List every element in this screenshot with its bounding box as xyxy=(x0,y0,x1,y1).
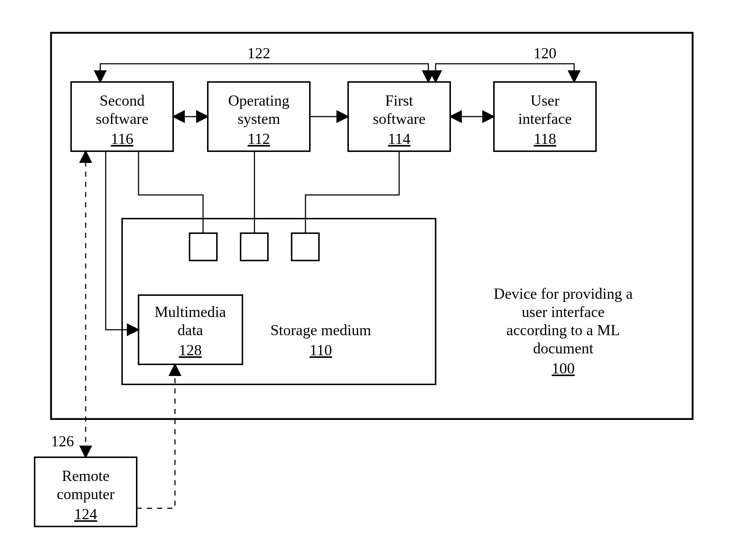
storage-medium-label: Storage medium xyxy=(270,322,371,338)
remote-computer-block: Remote computer 124 xyxy=(35,457,137,526)
device-caption: Device for providing a user interface ac… xyxy=(494,285,633,377)
user-interface-block: User interface 118 xyxy=(494,82,596,151)
user-interface-ref: 118 xyxy=(534,130,556,147)
label-126: 126 xyxy=(51,433,74,450)
connector-remote-multimedia xyxy=(137,364,175,508)
storage-medium-ref: 110 xyxy=(309,342,332,359)
device-caption-l3: according to a ML xyxy=(506,322,620,338)
device-caption-l4: document xyxy=(533,340,593,357)
label-122: 122 xyxy=(248,45,270,62)
remote-computer-line1: Remote xyxy=(62,467,110,484)
label-120: 120 xyxy=(534,45,557,62)
multimedia-data-line2: data xyxy=(178,322,203,338)
operating-system-line2: system xyxy=(238,110,280,127)
second-software-line1: Second xyxy=(100,92,145,109)
first-software-ref: 114 xyxy=(388,130,410,147)
device-caption-l2: user interface xyxy=(522,304,604,320)
storage-slot-1 xyxy=(190,233,217,261)
connector-122 xyxy=(100,64,428,82)
multimedia-data-line1: Multimedia xyxy=(155,304,226,320)
multimedia-data-ref: 128 xyxy=(179,342,202,359)
operating-system-block: Operating system 112 xyxy=(208,82,310,151)
remote-computer-line2: computer xyxy=(57,486,115,502)
storage-slot-3 xyxy=(292,233,319,261)
operating-system-line1: Operating xyxy=(228,92,289,109)
storage-slot-2 xyxy=(241,233,268,261)
first-software-line1: First xyxy=(385,92,413,109)
remote-computer-ref: 124 xyxy=(74,506,97,522)
first-software-block: First software 114 xyxy=(348,82,450,151)
operating-system-ref: 112 xyxy=(248,130,270,147)
connector-120 xyxy=(436,64,574,82)
user-interface-line2: interface xyxy=(518,110,572,127)
user-interface-line1: User xyxy=(530,92,559,109)
second-software-block: Second software 116 xyxy=(71,82,173,151)
device-caption-ref: 100 xyxy=(552,360,575,377)
device-caption-l1: Device for providing a xyxy=(494,285,633,302)
multimedia-data-block: Multimedia data 128 xyxy=(139,295,242,364)
second-software-line2: software xyxy=(96,110,149,127)
second-software-ref: 116 xyxy=(111,130,133,147)
first-software-line2: software xyxy=(373,110,426,127)
